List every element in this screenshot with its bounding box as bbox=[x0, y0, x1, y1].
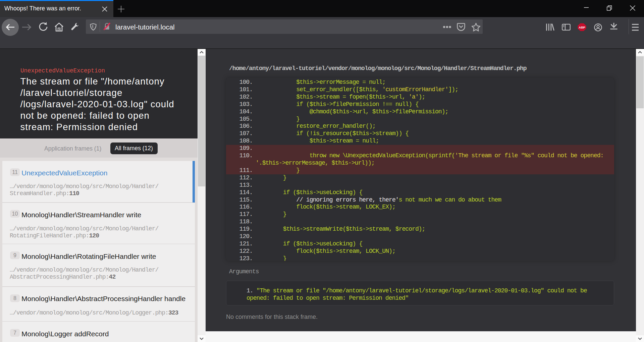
svg-text:ABP: ABP bbox=[579, 25, 585, 29]
